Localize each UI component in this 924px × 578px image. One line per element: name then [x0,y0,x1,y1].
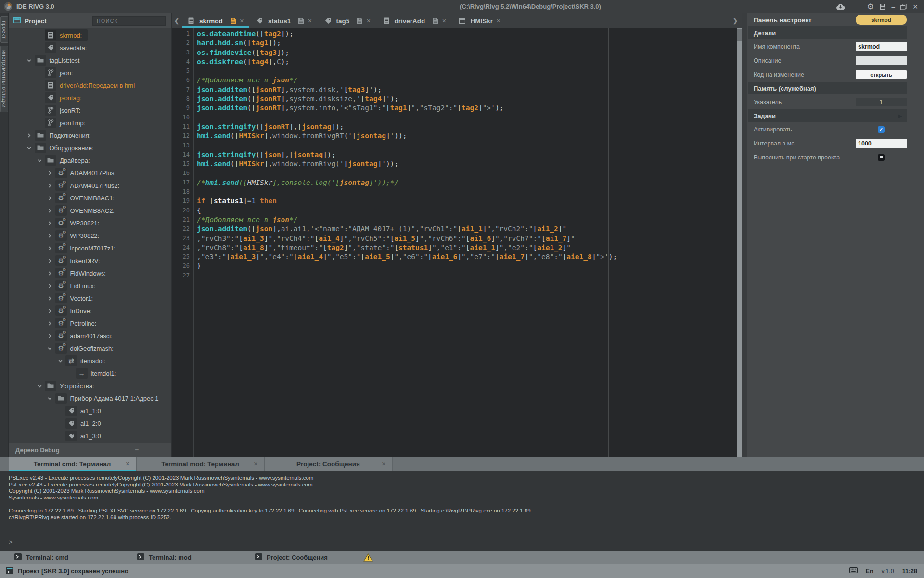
tree-item[interactable]: ai1_1:0 [9,405,171,417]
tree-item[interactable]: ⚙⚙ADAM4017Plus: [9,167,171,179]
tree-item[interactable]: ai1_2:0 [9,417,171,430]
chevron-right-icon[interactable] [45,246,55,251]
tree-item[interactable]: jsonRT: [9,104,171,117]
tree-item[interactable]: ⚙⚙InDrive: [9,304,171,317]
chevron-right-icon[interactable] [45,333,55,339]
description-input[interactable] [856,56,907,65]
save-icon[interactable] [432,18,438,24]
tree-item[interactable]: ⚙⚙Vector1: [9,292,171,304]
tab-scroll-left-icon[interactable]: ❮ [172,17,181,24]
close-button[interactable]: ✕ [912,3,918,10]
chevron-right-icon[interactable] [45,196,55,201]
interval-input[interactable] [856,139,907,148]
chevron-right-icon[interactable] [45,321,55,326]
editor-tab-driverAdd[interactable]: driverAdd✕ [377,13,452,28]
tree-item[interactable]: ⚙⚙ADAM4017Plus2: [9,179,171,192]
terminal-tab[interactable]: Project: Сообщения✕ [265,457,393,471]
settings-gear-icon[interactable]: ⚙ [867,3,874,11]
terminal-tab[interactable]: Terminal mod: Терминал✕ [137,457,265,471]
chevron-down-icon[interactable] [24,145,35,151]
chevron-right-icon[interactable] [24,133,35,138]
tree-item[interactable]: json: [9,66,171,79]
chevron-down-icon[interactable] [55,358,65,364]
toolbar-item[interactable]: Terminal: mod [137,553,255,562]
side-tab-project[interactable]: проект [0,16,8,43]
chevron-right-icon[interactable] [45,283,55,289]
warning-icon[interactable] [363,553,373,562]
chevron-down-icon[interactable] [45,346,55,351]
tree-item[interactable]: ⚙⚙tokenDRV: [9,254,171,267]
tree-item[interactable]: ⚙⚙OVENMB8AC2: [9,204,171,217]
activate-checkbox[interactable]: ✓ [878,126,885,133]
tree-item[interactable]: ⚙⚙WP30821: [9,217,171,229]
tree-item[interactable]: ⚙⚙OVENMB8AC1: [9,192,171,204]
maximize-button[interactable] [900,4,907,10]
section-details[interactable]: Детали [748,26,907,39]
keyboard-icon[interactable] [849,567,858,575]
chevron-right-icon[interactable] [45,308,55,314]
terminal-tab[interactable]: Terminal cmd: Терминал✕ [9,457,137,471]
tree-item[interactable]: tagList:test [9,54,171,66]
component-name-input[interactable] [856,42,907,51]
tree-item[interactable]: driverAdd:Передаем в hmi [9,79,171,92]
chevron-right-icon[interactable] [45,221,55,226]
tree-item[interactable]: ⚙⚙FidLinux: [9,279,171,292]
close-tab-icon[interactable]: ✕ [366,18,371,24]
cloud-download-icon[interactable] [836,3,845,10]
close-tab-icon[interactable]: ✕ [240,18,244,24]
minimize-button[interactable]: – [891,3,895,11]
chevron-right-icon[interactable] [45,233,55,238]
run-on-start-checkbox[interactable] [878,154,885,161]
tab-scroll-right-icon[interactable]: ❯ [731,17,740,24]
panel-divider[interactable] [742,13,747,457]
chevron-down-icon[interactable] [45,396,55,401]
editor-tab-tag5[interactable]: tag5✕ [318,13,377,28]
tree-item[interactable]: Оборудование: [9,142,171,154]
chevron-right-icon[interactable] [45,258,55,263]
editor-code[interactable]: os.dateandtime([tag2]);hard.hdd.sn([tag1… [194,28,742,457]
open-code-button[interactable]: открыть [856,70,907,79]
tree-item[interactable]: jsontag: [9,92,171,104]
section-memory[interactable]: Память (служебная) [748,82,907,94]
editor-tab-HMISkr[interactable]: HMISkr✕ [452,13,507,28]
tree-item[interactable]: ⚙⚙dolGeofizmash: [9,342,171,355]
chevron-down-icon[interactable] [34,158,45,163]
chevron-down-icon[interactable] [34,383,45,389]
tree-item[interactable]: jsonTmp: [9,117,171,129]
tree-item[interactable]: ⚙⚙icpconM7017z1: [9,242,171,254]
chevron-right-icon[interactable] [45,208,55,213]
editor-scrollbar-thumb[interactable] [737,29,742,41]
close-terminal-tab-icon[interactable]: ✕ [382,461,386,467]
save-icon[interactable] [357,18,363,24]
chevron-right-icon[interactable] [45,271,55,276]
code-editor[interactable]: 1234567891011121314151617181920212223242… [172,28,742,457]
terminal-output[interactable]: PSExec v2.43 - Execute processes remotel… [0,471,924,551]
chevron-right-icon[interactable] [45,296,55,301]
tree-item[interactable]: skrmod: [9,29,171,41]
close-terminal-tab-icon[interactable]: ✕ [254,461,258,467]
save-icon[interactable] [298,18,304,24]
section-tasks[interactable]: Задачи ▶ [748,109,907,122]
collapse-icon[interactable]: − [135,446,139,454]
tree-item[interactable]: ai1_3:0 [9,430,171,442]
tree-item[interactable]: ⚙⚙WP30822: [9,229,171,242]
search-input[interactable] [92,16,166,26]
tree-item[interactable]: ⚙⚙Petroline: [9,317,171,329]
tree-item[interactable]: savedata: [9,41,171,54]
close-tab-icon[interactable]: ✕ [496,18,500,24]
editor-tab-status1[interactable]: status1✕ [250,13,318,28]
side-tab-debug-tools[interactable]: инструменты отладки [0,46,8,112]
close-tab-icon[interactable]: ✕ [442,18,446,24]
language-indicator[interactable]: En [866,568,873,575]
toolbar-item[interactable]: Project: Сообщения [255,553,378,562]
close-terminal-tab-icon[interactable]: ✕ [126,461,130,467]
tree-item[interactable]: ⇄itemsdol: [9,355,171,367]
chevron-right-icon[interactable] [45,171,55,176]
editor-scrollbar[interactable] [737,28,742,457]
chevron-right-icon[interactable] [45,183,55,188]
tree-item[interactable]: →itemdol1: [9,367,171,380]
tree-item[interactable]: Подключения: [9,129,171,142]
tree-item[interactable]: ⚙⚙FidWindows: [9,267,171,279]
tree-item[interactable]: Устройства: [9,380,171,392]
terminal-prompt[interactable]: > [9,539,924,546]
